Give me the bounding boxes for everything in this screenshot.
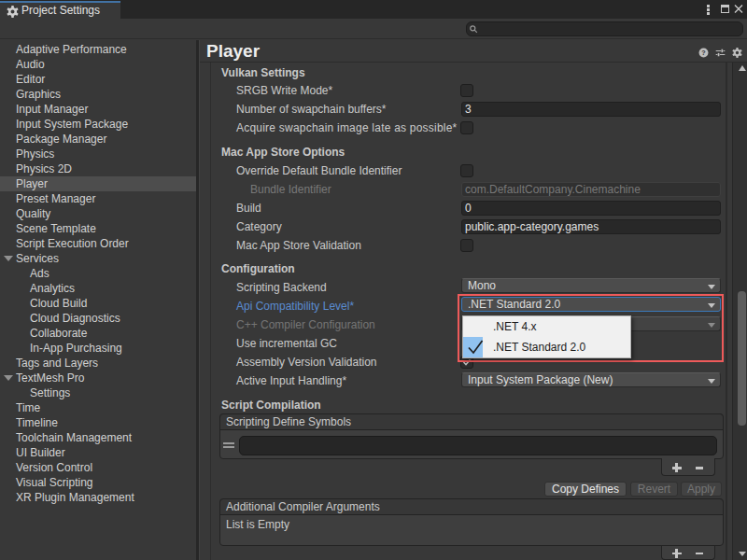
svg-text:?: ? bbox=[701, 49, 705, 57]
